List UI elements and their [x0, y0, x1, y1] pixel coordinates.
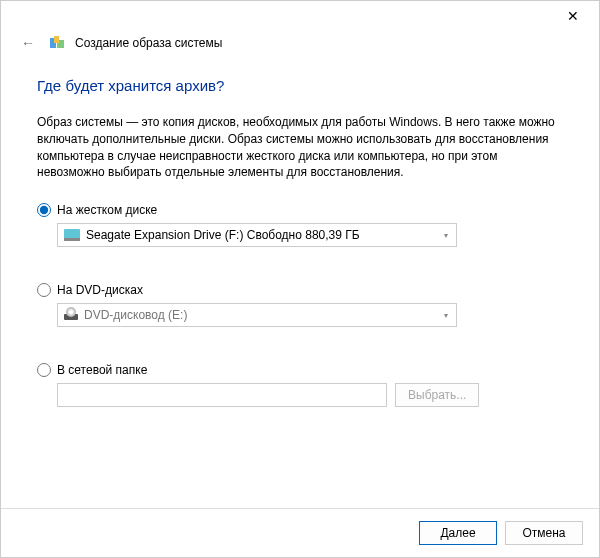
back-arrow-icon[interactable]: ←: [17, 33, 39, 53]
dvd-drive-text: DVD-дисковод (E:): [84, 308, 187, 322]
header-row: ← Создание образа системы: [1, 31, 599, 61]
network-path-input[interactable]: [57, 383, 387, 407]
option-network-row[interactable]: В сетевой папке: [37, 363, 563, 377]
browse-button[interactable]: Выбрать...: [395, 383, 479, 407]
option-network: В сетевой папке Выбрать...: [37, 363, 563, 407]
content-area: Где будет хранится архив? Образ системы …: [1, 61, 599, 508]
radio-hdd[interactable]: [37, 203, 51, 217]
close-icon[interactable]: ✕: [559, 4, 587, 28]
svg-rect-2: [54, 36, 59, 43]
option-hdd: На жестком диске Seagate Expansion Drive…: [37, 203, 563, 247]
wizard-window: ✕ ← Создание образа системы Где будет хр…: [0, 0, 600, 558]
next-button[interactable]: Далее: [419, 521, 497, 545]
chevron-down-icon: ▾: [444, 311, 448, 320]
page-heading: Где будет хранится архив?: [37, 77, 563, 94]
option-dvd-label: На DVD-дисках: [57, 283, 143, 297]
option-dvd-row[interactable]: На DVD-дисках: [37, 283, 563, 297]
radio-network[interactable]: [37, 363, 51, 377]
footer: Далее Отмена: [1, 508, 599, 557]
window-title: Создание образа системы: [75, 36, 222, 50]
dvd-drive-select[interactable]: DVD-дисковод (E:) ▾: [57, 303, 457, 327]
page-description: Образ системы — это копия дисков, необхо…: [37, 114, 563, 181]
option-hdd-row[interactable]: На жестком диске: [37, 203, 563, 217]
titlebar: ✕: [1, 1, 599, 31]
option-hdd-label: На жестком диске: [57, 203, 157, 217]
option-network-label: В сетевой папке: [57, 363, 147, 377]
system-image-icon: [49, 35, 65, 51]
radio-dvd[interactable]: [37, 283, 51, 297]
network-path-row: Выбрать...: [57, 383, 563, 407]
chevron-down-icon: ▾: [444, 231, 448, 240]
hdd-drive-text: Seagate Expansion Drive (F:) Свободно 88…: [86, 228, 360, 242]
hdd-drive-select[interactable]: Seagate Expansion Drive (F:) Свободно 88…: [57, 223, 457, 247]
dvd-icon: [64, 310, 78, 320]
cancel-button[interactable]: Отмена: [505, 521, 583, 545]
option-dvd: На DVD-дисках DVD-дисковод (E:) ▾: [37, 283, 563, 327]
drive-icon: [64, 229, 80, 241]
